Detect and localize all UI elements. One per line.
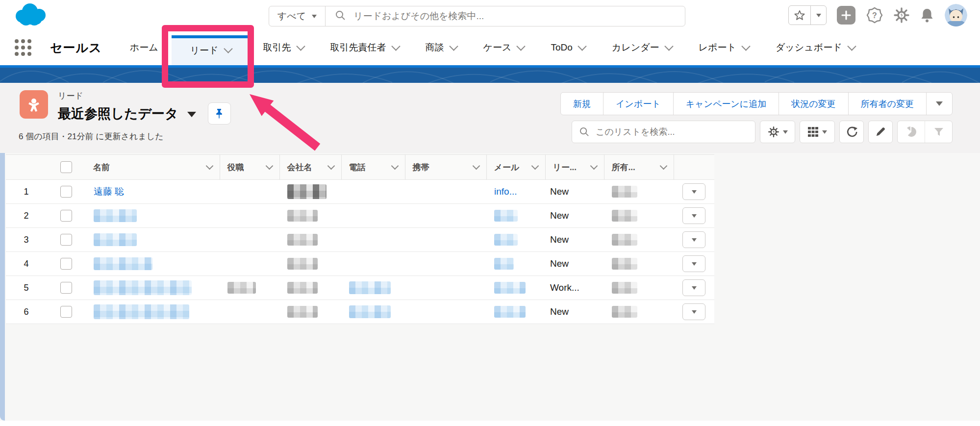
- email-link[interactable]: info...: [494, 186, 517, 197]
- nav-tab-label: ダッシュボード: [776, 41, 842, 54]
- column-header-button[interactable]: メール: [487, 162, 545, 173]
- nav-tab-8[interactable]: レポート: [685, 30, 762, 65]
- nav-tab-5[interactable]: ケース: [470, 30, 538, 65]
- row-number-header: [6, 155, 47, 180]
- row-action-button[interactable]: [682, 255, 705, 272]
- lead-status-cell: New: [545, 252, 604, 276]
- row-checkbox[interactable]: [60, 210, 72, 222]
- list-view-title[interactable]: 最近参照したデータ: [58, 105, 178, 123]
- row-action-cell: [674, 300, 714, 324]
- app-launcher-icon[interactable]: [15, 39, 31, 56]
- quick-create-button[interactable]: [837, 6, 855, 25]
- notifications-button[interactable]: [920, 7, 934, 23]
- name-cell: [86, 276, 220, 300]
- column-header-label: メール: [494, 162, 520, 173]
- row-action-button[interactable]: [682, 207, 705, 224]
- refresh-button[interactable]: [839, 121, 864, 143]
- action-button-3[interactable]: 状況の変更: [779, 93, 848, 115]
- nav-tab-6[interactable]: ToDo: [537, 30, 598, 65]
- setup-button[interactable]: [894, 7, 909, 23]
- select-all-checkbox[interactable]: [60, 161, 72, 173]
- email-cell: [486, 276, 545, 300]
- row-action-button[interactable]: [682, 279, 705, 296]
- lead-name-link[interactable]: 遠藤 聡: [94, 185, 124, 198]
- company-cell: [279, 252, 341, 276]
- nav-tab-3[interactable]: 取引先責任者: [317, 30, 412, 65]
- table-row: 3New: [6, 228, 714, 252]
- email-cell: [486, 204, 545, 228]
- column-header-label: 会社名: [287, 162, 312, 173]
- row-action-button[interactable]: [682, 303, 705, 320]
- company-cell: [279, 228, 341, 252]
- refresh-icon: [846, 126, 857, 138]
- chevron-down-icon: [741, 42, 750, 50]
- help-button[interactable]: ?: [866, 6, 883, 24]
- column-header-button[interactable]: 携帯: [405, 162, 486, 173]
- nav-tab-7[interactable]: カレンダー: [599, 30, 685, 65]
- action-button-1[interactable]: インポート: [603, 93, 674, 115]
- nav-tab-4[interactable]: 商談: [412, 30, 470, 65]
- pin-list-button[interactable]: [208, 102, 231, 125]
- column-header-title: 役職: [220, 155, 279, 180]
- row-checkbox[interactable]: [60, 186, 72, 198]
- chevron-down-icon: [327, 162, 335, 170]
- row-checkbox[interactable]: [60, 282, 72, 294]
- status-text: New: [545, 186, 604, 197]
- caret-down-icon: [692, 262, 697, 266]
- column-header-button[interactable]: リー...: [546, 162, 604, 173]
- salesforce-cloud-logo[interactable]: [12, 2, 51, 30]
- row-checkbox[interactable]: [60, 234, 72, 246]
- global-search-input[interactable]: [352, 10, 685, 22]
- redacted-data: [494, 306, 526, 318]
- more-actions-button[interactable]: [927, 93, 952, 115]
- name-cell: [86, 300, 220, 324]
- row-actions-header: [674, 155, 714, 180]
- list-view-controls-button[interactable]: [760, 121, 795, 143]
- user-avatar[interactable]: [945, 4, 967, 26]
- row-checkbox[interactable]: [60, 306, 72, 318]
- row-action-cell: [674, 276, 714, 300]
- action-button-4[interactable]: 所有者の変更: [849, 93, 927, 115]
- row-action-button[interactable]: [682, 231, 705, 248]
- name-cell: 遠藤 聡: [86, 180, 220, 204]
- column-header-label: 所有...: [612, 162, 635, 173]
- inline-edit-button[interactable]: [868, 121, 893, 143]
- redacted-data: [349, 305, 391, 318]
- search-scope-dropdown[interactable]: すべて: [269, 6, 326, 26]
- action-button-0[interactable]: 新規: [561, 93, 603, 115]
- email-cell: [486, 300, 545, 324]
- list-search-input[interactable]: [595, 126, 748, 138]
- column-header-label: 電話: [349, 162, 366, 173]
- table-header-row: 名前役職会社名電話携帯メールリー...所有...: [6, 155, 714, 180]
- column-header-button[interactable]: 所有...: [604, 162, 674, 173]
- column-header-phone: 電話: [341, 155, 405, 180]
- display-as-button[interactable]: [800, 121, 835, 143]
- favorites-caret-icon[interactable]: [811, 6, 826, 25]
- row-action-button[interactable]: [682, 183, 705, 200]
- caret-down-icon: [692, 238, 697, 242]
- company-cell: [279, 204, 341, 228]
- company-cell: [279, 300, 341, 324]
- list-view-selector-caret-icon[interactable]: [187, 112, 196, 117]
- nav-tab-1[interactable]: リード: [172, 35, 250, 65]
- column-header-button[interactable]: 会社名: [280, 162, 341, 173]
- nav-tab-9[interactable]: ダッシュボード: [762, 30, 868, 65]
- nav-tab-label: ホーム: [130, 41, 158, 54]
- name-cell: [86, 204, 220, 228]
- column-header-button[interactable]: 役職: [220, 162, 279, 173]
- action-button-2[interactable]: キャンペーンに追加: [674, 93, 779, 115]
- nav-tab-0[interactable]: ホーム: [117, 30, 172, 65]
- nav-tab-2[interactable]: 取引先: [250, 30, 317, 65]
- filters-button[interactable]: [925, 121, 952, 143]
- redacted-data: [227, 282, 256, 294]
- chevron-down-icon: [590, 162, 598, 170]
- nav-tab-label: カレンダー: [612, 41, 659, 54]
- column-header-button[interactable]: 電話: [342, 162, 405, 173]
- nav-tab-label: 商談: [426, 41, 444, 54]
- column-header-label: 役職: [227, 162, 244, 173]
- favorites-star-icon[interactable]: [789, 6, 811, 25]
- row-checkbox[interactable]: [60, 258, 72, 270]
- charts-button[interactable]: [898, 121, 925, 143]
- column-header-button[interactable]: 名前: [86, 162, 220, 173]
- chevron-down-icon: [517, 42, 526, 50]
